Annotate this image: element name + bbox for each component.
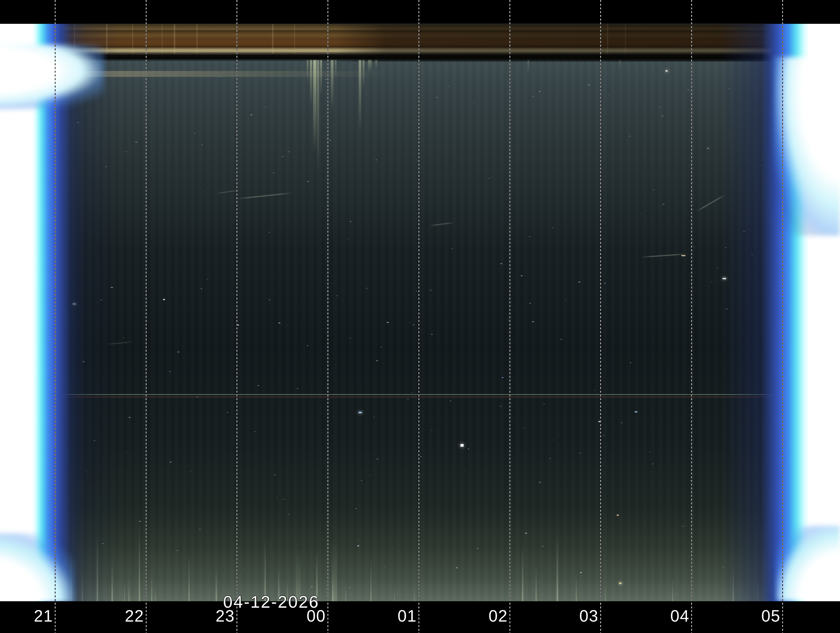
horizon-streak (216, 567, 217, 601)
keogram-image: 212223000102030405 04-12-2026 (0, 0, 840, 633)
hour-gridline (418, 0, 419, 633)
band-column (607, 24, 608, 54)
star (542, 546, 544, 547)
star (123, 337, 124, 338)
star (411, 392, 412, 392)
star (307, 345, 308, 346)
star (508, 320, 509, 320)
star (227, 412, 228, 413)
star (201, 288, 202, 289)
horizon-streak (188, 554, 189, 601)
star (682, 525, 684, 527)
star (283, 499, 285, 500)
horizon-streak (522, 544, 523, 601)
star (444, 568, 445, 568)
star (543, 404, 545, 405)
star (608, 95, 609, 95)
star (663, 204, 665, 205)
horizon-streak (155, 584, 156, 601)
light-pillar (363, 60, 365, 89)
star (693, 246, 695, 247)
star (690, 480, 691, 481)
bright-star (619, 582, 622, 584)
star (337, 296, 338, 296)
bright-star (580, 572, 582, 573)
star (336, 364, 336, 364)
horizon-streak (414, 589, 415, 601)
date-label: 04-12-2026 (223, 593, 319, 610)
horizon-streak (128, 576, 129, 601)
star (286, 325, 287, 326)
top-black-bar (0, 0, 840, 24)
star (361, 480, 362, 481)
star (268, 232, 270, 233)
hour-tick-label: 04 (650, 608, 690, 625)
star (177, 351, 180, 353)
hour-gridline (691, 0, 692, 633)
band-column (132, 24, 133, 54)
bright-star (456, 567, 458, 568)
star (254, 431, 256, 432)
light-pillar (331, 60, 333, 111)
star (126, 452, 127, 453)
bright-star (358, 412, 362, 413)
star (376, 360, 378, 361)
star (653, 190, 655, 190)
twilight-bulge-bottom-right (776, 526, 840, 601)
star (420, 456, 422, 457)
star (135, 142, 137, 142)
star (532, 96, 534, 97)
star (276, 496, 278, 497)
star (169, 371, 171, 372)
star (606, 446, 607, 447)
light-pillar (375, 60, 377, 69)
star (454, 98, 455, 99)
star (273, 172, 275, 173)
star (288, 151, 290, 152)
star (707, 148, 709, 149)
star (274, 475, 276, 475)
twilight-bulge-bottom-left (0, 533, 74, 603)
twilight-notch-top-right (810, 24, 840, 62)
star (640, 214, 641, 214)
light-pillar (368, 60, 372, 73)
horizon-streak (605, 584, 606, 601)
satellite-trail-green (35, 394, 806, 395)
star (518, 258, 519, 258)
star (539, 91, 540, 92)
star (447, 86, 450, 87)
star (662, 116, 663, 116)
horizon-streak (672, 576, 673, 601)
star (287, 514, 290, 515)
band-column (625, 24, 626, 54)
band-column (174, 24, 175, 54)
star (257, 385, 259, 386)
band-column (196, 24, 197, 54)
star (350, 338, 351, 338)
star (501, 263, 502, 264)
star (529, 303, 531, 304)
star (629, 136, 630, 136)
star (430, 290, 431, 290)
star (287, 573, 289, 573)
star (529, 236, 531, 237)
horizon-streak (151, 571, 152, 601)
star (450, 400, 451, 401)
horizon-streak (370, 557, 372, 601)
horizon-streak (557, 534, 558, 601)
star (565, 300, 567, 301)
star (412, 324, 414, 325)
star (649, 451, 651, 452)
star (366, 288, 368, 289)
hour-gridline (327, 0, 328, 633)
star (687, 89, 689, 90)
horizon-streak (576, 571, 577, 601)
star (199, 529, 201, 530)
star (431, 334, 433, 335)
star (532, 321, 534, 322)
light-pillar (307, 60, 308, 84)
star (560, 339, 562, 340)
star (553, 440, 553, 440)
star (170, 462, 172, 463)
star (521, 275, 523, 276)
